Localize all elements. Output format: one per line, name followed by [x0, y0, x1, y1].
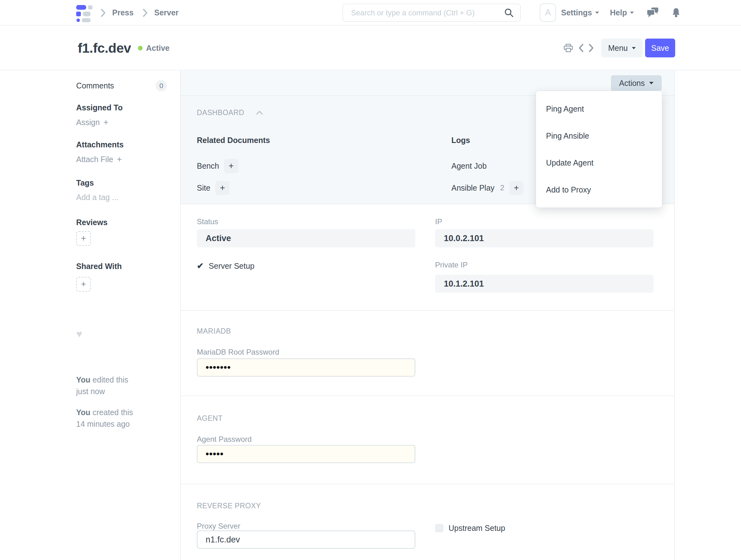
- plus-icon: +: [514, 183, 519, 193]
- checkmark-icon: ✔: [197, 261, 204, 271]
- settings-label: Settings: [561, 8, 592, 17]
- bench-link[interactable]: Bench: [197, 162, 219, 171]
- notifications-bell-icon[interactable]: [671, 0, 681, 25]
- help-menu[interactable]: Help: [610, 0, 634, 25]
- reverse-proxy-section-heading: REVERSE PROXY: [197, 502, 261, 510]
- shared-with-heading: Shared With: [76, 262, 122, 271]
- created-meta: You created this 14 minutes ago: [76, 407, 133, 430]
- agent-job-link[interactable]: Agent Job: [451, 162, 487, 171]
- chevron-down-icon: [630, 12, 634, 14]
- help-label: Help: [610, 8, 627, 17]
- private-ip-field-value: 10.1.2.101: [435, 275, 654, 293]
- log-ansible-play: Ansible Play 2 +: [451, 178, 524, 198]
- created-when: 14 minutes ago: [76, 420, 130, 428]
- edited-when: just now: [76, 387, 105, 396]
- comments-count-badge: 0: [155, 80, 167, 91]
- status-field-label: Status: [197, 217, 218, 226]
- section-reverse-proxy: REVERSE PROXY Proxy Server n1.fc.dev Ups…: [181, 484, 674, 560]
- actions-button[interactable]: Actions: [611, 75, 662, 91]
- proxy-server-input[interactable]: n1.fc.dev: [197, 531, 415, 549]
- page-title: f1.fc.dev: [78, 41, 131, 56]
- collapse-chevron-up-icon[interactable]: [256, 111, 263, 115]
- upstream-setup-checkbox[interactable]: Upstream Setup: [435, 523, 505, 533]
- attachments-heading: Attachments: [76, 140, 124, 149]
- chevron-down-icon: [632, 47, 636, 49]
- menu-item-add-to-proxy[interactable]: Add to Proxy: [536, 176, 662, 203]
- next-document-chevron-right-icon[interactable]: [589, 44, 594, 52]
- checkbox-unchecked-icon: [435, 524, 444, 533]
- status-indicator-dot: [138, 46, 143, 51]
- like-heart-icon[interactable]: ♥: [76, 328, 82, 340]
- page-head: f1.fc.dev Active Menu Save: [0, 26, 741, 70]
- upstream-setup-label: Upstream Setup: [449, 523, 505, 533]
- attach-file-button[interactable]: Attach File +: [76, 154, 122, 164]
- form-sidebar: Comments 0 Assigned To Assign + Attachme…: [0, 71, 181, 560]
- print-icon[interactable]: [563, 44, 573, 52]
- server-setup-checkbox[interactable]: ✔ Server Setup: [197, 261, 255, 271]
- prev-document-chevron-left-icon[interactable]: [579, 44, 583, 52]
- actions-dropdown-menu: Ping Agent Ping Ansible Update Agent Add…: [536, 90, 662, 208]
- breadcrumb-chevron-icon: [101, 9, 105, 17]
- top-navbar: Press Server A Settings Help: [0, 0, 741, 25]
- breadcrumb-chevron-icon: [143, 9, 147, 17]
- chevron-down-icon: [649, 82, 654, 84]
- log-agent-job: Agent Job: [451, 156, 524, 176]
- section-status: Status Active ✔ Server Setup IP 10.0.2.1…: [181, 204, 674, 311]
- menu-item-ping-ansible[interactable]: Ping Ansible: [536, 122, 662, 149]
- private-ip-field-label: Private IP: [435, 260, 468, 269]
- password-mask: •••••••: [206, 362, 231, 373]
- created-by: You: [76, 408, 90, 417]
- add-ansible-play-button[interactable]: +: [510, 181, 524, 195]
- mariadb-root-password-input[interactable]: •••••••: [197, 358, 415, 377]
- add-bench-button[interactable]: +: [224, 159, 238, 173]
- plus-icon: +: [220, 183, 225, 193]
- assign-button[interactable]: Assign +: [76, 118, 109, 127]
- sidebar-comments[interactable]: Comments 0: [76, 80, 167, 91]
- site-link[interactable]: Site: [197, 183, 210, 192]
- edited-by: You: [76, 375, 90, 384]
- assigned-to-heading: Assigned To: [76, 103, 123, 112]
- chat-icon[interactable]: [647, 0, 659, 25]
- status-field-value: Active: [197, 229, 415, 247]
- add-site-button[interactable]: +: [215, 181, 229, 195]
- menu-item-ping-agent[interactable]: Ping Agent: [536, 95, 662, 122]
- breadcrumb-server[interactable]: Server: [154, 0, 179, 25]
- agent-password-input[interactable]: •••••: [197, 445, 415, 463]
- frappe-logo[interactable]: [76, 4, 92, 21]
- server-setup-label: Server Setup: [209, 261, 255, 270]
- actions-button-label: Actions: [619, 79, 645, 88]
- status-badge: Active: [146, 44, 170, 53]
- add-tag-input[interactable]: Add a tag ...: [76, 193, 119, 202]
- ip-field-value: 10.0.2.101: [435, 229, 654, 247]
- password-mask: •••••: [206, 449, 224, 459]
- assign-label: Assign: [76, 118, 100, 127]
- chevron-down-icon: [595, 12, 599, 14]
- share-button[interactable]: +: [76, 277, 91, 292]
- edited-meta: You edited this just now: [76, 374, 128, 397]
- global-search: [343, 4, 521, 22]
- dashboard-heading: DASHBOARD: [197, 109, 244, 117]
- ip-field-label: IP: [435, 217, 442, 226]
- save-button[interactable]: Save: [645, 39, 675, 57]
- section-mariadb: MARIADB MariaDB Root Password •••••••: [181, 311, 674, 396]
- add-review-button[interactable]: +: [76, 231, 91, 246]
- plus-icon: +: [117, 154, 122, 164]
- plus-icon: +: [81, 279, 86, 289]
- user-avatar[interactable]: A: [540, 3, 556, 22]
- save-button-label: Save: [651, 44, 669, 53]
- ansible-play-link[interactable]: Ansible Play: [451, 183, 495, 192]
- mariadb-root-password-label: MariaDB Root Password: [197, 348, 279, 357]
- proxy-server-label: Proxy Server: [197, 522, 241, 531]
- reviews-heading: Reviews: [76, 218, 108, 227]
- breadcrumb-press[interactable]: Press: [112, 0, 134, 25]
- menu-item-update-agent[interactable]: Update Agent: [536, 149, 662, 176]
- search-input[interactable]: [343, 4, 521, 22]
- attach-file-label: Attach File: [76, 155, 113, 164]
- agent-section-heading: AGENT: [197, 414, 222, 423]
- plus-icon: +: [228, 161, 233, 171]
- plus-icon: +: [104, 118, 109, 127]
- ansible-play-count: 2: [500, 183, 504, 192]
- settings-menu[interactable]: Settings: [561, 0, 599, 25]
- menu-button[interactable]: Menu: [601, 39, 643, 57]
- plus-icon: +: [81, 234, 86, 243]
